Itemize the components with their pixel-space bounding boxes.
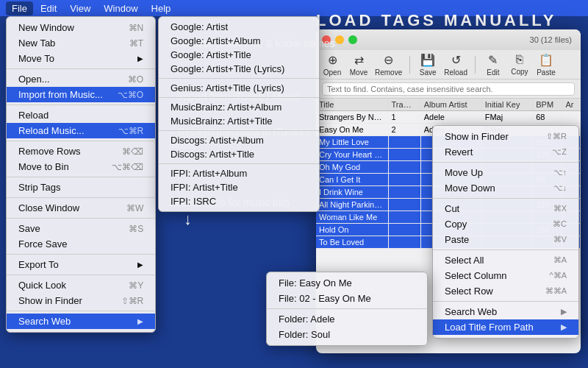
toolbar-copy[interactable]: ⎘ Copy [509,53,530,76]
table-cell [388,236,420,249]
submenu-google-artist-album[interactable]: Google: Artist+Album [159,34,319,48]
submenu-google-lyrics[interactable]: Google: Artist+Title (Lyrics) [159,62,319,76]
menu-show-finder[interactable]: Show in Finder ⇧⌘R [7,293,155,308]
app-title-bar: 30 (12 files) [316,29,581,50]
table-cell [562,111,581,124]
toolbar-paste[interactable]: 📋 Paste [536,53,556,77]
menu-close-window[interactable]: Close Window ⌘W [7,200,155,216]
load-title-folder-soul[interactable]: Folder: Soul [267,327,427,342]
window-title: 30 (12 files) [530,35,572,44]
ctx-sep-2 [433,198,578,199]
menu-save[interactable]: Save ⌘S [7,221,155,236]
submenu-ifpi-isrc[interactable]: IFPI: ISRC [159,194,319,208]
table-cell: FMaj [481,111,532,124]
load-title-submenu: File: Easy On Me File: 02 - Easy On Me F… [266,272,428,346]
submenu-google-artist[interactable]: Google: Artist [159,20,319,34]
sub-sep-4 [159,163,319,164]
ctx-paste[interactable]: Paste ⌘V [433,232,578,247]
menu-strip-tags[interactable]: Strip Tags [7,180,155,195]
table-cell [388,211,420,224]
submenu-genius[interactable]: Genius: Artist+Title (Lyrics) [159,81,319,95]
menu-sep-5 [7,197,155,198]
menu-view[interactable]: View [64,1,96,15]
menu-force-save[interactable]: Force Save [7,236,155,252]
table-cell [388,224,420,236]
load-title-folder-adele[interactable]: Folder: Adele [267,311,427,327]
ctx-search-web[interactable]: Search Web ▶ [433,304,578,319]
search-web-submenu: Google: Artist Google: Artist+Album Goog… [158,16,320,212]
col-album-artist[interactable]: Album Artist [420,99,481,111]
sub-sep-3 [159,130,319,131]
toolbar-sep-1 [409,56,410,74]
ctx-sep-3 [433,250,578,250]
menu-sep-8 [7,275,155,275]
menu-import-music[interactable]: Import from Music... ⌥⌘O [7,87,155,102]
table-cell: 68 [533,111,562,124]
ctx-copy[interactable]: Copy ⌘C [433,216,578,232]
menu-window[interactable]: Window [98,1,143,15]
col-track[interactable]: Tra… [388,99,420,111]
load-title-file-02-easy[interactable]: File: 02 - Easy On Me [267,291,427,306]
traffic-light-maximize[interactable] [348,35,357,44]
sub-sep-1 [159,78,319,79]
menu-export-to[interactable]: Export To ▶ [7,257,155,272]
ctx-cut[interactable]: Cut ⌘X [433,201,578,216]
submenu-musicbrainz-album[interactable]: MusicBrainz: Artist+Album [159,100,319,114]
ctx-sep-1 [433,162,578,163]
col-ar[interactable]: Ar [562,99,581,111]
menu-file[interactable]: File [6,1,33,15]
ctx-sep-4 [433,301,578,302]
menu-help[interactable]: Help [146,1,177,15]
sub-sep-2 [159,97,319,98]
submenu-ifpi-title[interactable]: IFPI: Artist+Title [159,180,319,194]
menu-sep-6 [7,218,155,219]
ctx-show-finder[interactable]: Show in Finder ⇧⌘R [433,129,578,144]
menu-move-to[interactable]: Move To ▶ [7,51,155,66]
menu-quick-look[interactable]: Quick Look ⌘Y [7,277,155,293]
menu-new-window[interactable]: New Window ⌘N [7,20,155,35]
load-title-file-easy[interactable]: File: Easy On Me [267,275,427,291]
menu-sep-1 [7,68,155,69]
menu-move-bin[interactable]: Move to Bin ⌥⌘⌫ [7,159,155,174]
context-menu: Show in Finder ⇧⌘R Revert ⌥Z Move Up ⌥↑ … [432,125,579,339]
app-toolbar: ⊕ Open ⇄ Move ⊖ Remove 💾 Save ↺ Reload ✎… [316,50,581,79]
toolbar-move[interactable]: ⇄ Move [348,53,369,77]
submenu-google-artist-title[interactable]: Google: Artist+Title [159,48,319,62]
table-row[interactable]: Strangers By Nature1AdeleFMaj68 [316,111,581,124]
submenu-discogs-title[interactable]: Discogs: Artist+Title [159,147,319,161]
col-bpm[interactable]: BPM [533,99,562,111]
menu-remove-rows[interactable]: Remove Rows ⌘⌫ [7,144,155,159]
load-sep-1 [267,308,427,309]
submenu-ifpi-album[interactable]: IFPI: Artist+Album [159,166,319,180]
table-cell [388,149,420,161]
menu-reload-music[interactable]: Reload Music... ⌥⌘R [7,123,155,138]
menu-edit[interactable]: Edit [35,1,62,15]
ctx-revert[interactable]: Revert ⌥Z [433,144,578,160]
submenu-musicbrainz-title[interactable]: MusicBrainz: Artist+Title [159,114,319,128]
toolbar-reload[interactable]: ↺ Reload [444,53,467,77]
table-cell: Adele [420,111,481,124]
ctx-move-down[interactable]: Move Down ⌥↓ [433,180,578,196]
ctx-select-row[interactable]: Select Row ⌘⌘A [433,283,578,299]
col-key[interactable]: Initial Key [481,99,532,111]
table-cell [388,186,420,199]
file-menu-dropdown: New Window ⌘N New Tab ⌘T Move To ▶ Open.… [6,16,156,333]
menu-open[interactable]: Open... ⌘O [7,71,155,87]
toolbar-edit[interactable]: ✎ Edit [483,53,503,77]
toolbar-remove[interactable]: ⊖ Remove [375,53,402,77]
ctx-select-all[interactable]: Select All ⌘A [433,252,578,268]
search-bar-row [316,79,581,99]
submenu-discogs-album[interactable]: Discogs: Artist+Album [159,133,319,147]
table-cell [388,161,420,174]
menu-sep-9 [7,311,155,311]
menu-sep-2 [7,105,155,105]
table-cell: 1 [388,111,420,124]
menu-search-web[interactable]: Search Web ▶ [7,314,155,329]
menu-new-tab[interactable]: New Tab ⌘T [7,35,155,51]
toolbar-save[interactable]: 💾 Save [417,53,438,77]
ctx-load-title[interactable]: Load Title From Path ▶ [433,319,578,335]
search-input[interactable] [322,82,575,96]
menu-reload[interactable]: Reload [7,107,155,123]
ctx-select-column[interactable]: Select Column ^⌘A [433,268,578,283]
ctx-move-up[interactable]: Move Up ⌥↑ [433,165,578,180]
